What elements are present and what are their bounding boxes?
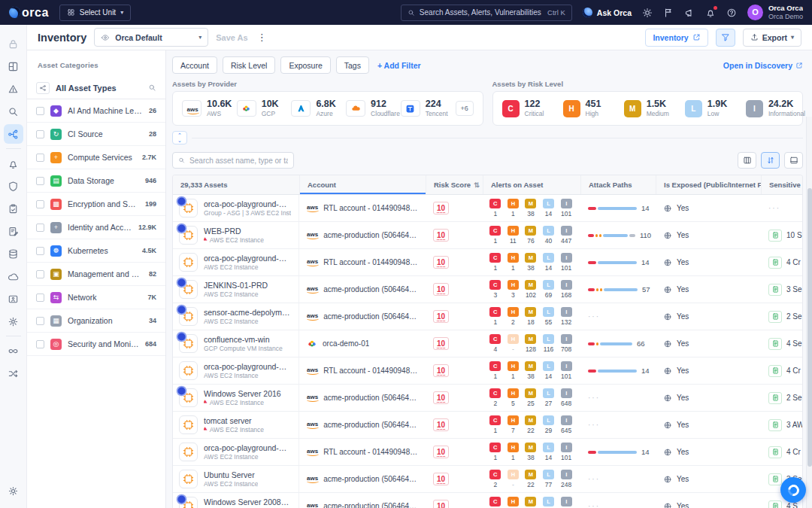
provider-item[interactable]: 10KGCP [237,99,278,117]
table-row[interactable]: orca-poc-playground-ECS-ASG AWS EC2 Inst… [173,357,802,385]
table-row[interactable]: WEB-PRD ▶AWS EC2 Instance awsacme-produc… [173,222,802,249]
column-header-risk-score[interactable]: Risk Score⇅ [426,175,483,194]
ask-orca-button[interactable]: Ask Orca [583,8,632,17]
select-unit-dropdown[interactable]: Select Unit ▾ [59,5,131,21]
category-checkbox[interactable] [36,247,44,255]
all-asset-types-row[interactable]: All Asset Types [27,77,165,99]
category-checkbox[interactable] [36,200,44,208]
provider-item[interactable]: 224Tencent [401,99,442,117]
search-icon[interactable] [148,84,156,92]
risk-level-item[interactable]: C 122Critical [502,99,550,117]
risk-score-badge[interactable]: 10 [433,500,449,508]
global-search-input[interactable]: Search Assets, Alerts, Vulnerabilities C… [401,5,572,21]
sort-button[interactable] [761,152,780,169]
risk-score-badge[interactable]: 10 [433,337,449,350]
category-row[interactable]: + Identity and Access 12.9K [27,216,165,239]
detail-panel-button[interactable] [784,152,803,169]
category-checkbox[interactable] [36,130,44,138]
category-row[interactable]: ▦ Organization 34 [27,309,165,333]
risk-level-item[interactable]: H 451High [563,99,611,117]
search-icon[interactable] [4,102,23,121]
table-row[interactable]: Windows Server 2016 ▶AWS EC2 Instance aw… [173,385,802,412]
filter-chip[interactable]: Account [172,56,217,74]
data-icon[interactable] [4,244,23,263]
category-row[interactable]: + Compute Services 2.7K [27,146,165,169]
category-row[interactable]: ▤ Data Storage 946 [27,169,165,193]
attack-paths-icon[interactable] [4,364,23,383]
category-row[interactable]: ☸ Kubernetes 4.5K [27,239,165,263]
flag-icon[interactable] [663,8,674,18]
save-as-button[interactable]: Save As [216,33,247,42]
risk-level-item[interactable]: I 24.2KInformational [746,99,793,117]
risk-score-badge[interactable]: 10 [433,391,449,404]
filter-chip[interactable]: Risk Level [223,56,275,74]
category-checkbox[interactable] [36,107,44,115]
table-row[interactable]: tomcat server ▶AWS EC2 Instance awsacme-… [173,412,802,439]
category-row[interactable]: ▣ Management and Govern... 82 [27,263,165,286]
risk-level-item[interactable]: L 1.9KLow [685,99,732,117]
risk-score-badge[interactable]: 10 [433,310,449,323]
provider-overflow-chip[interactable]: +6 [456,101,474,116]
shield-icon[interactable] [4,176,23,196]
compliance-icon[interactable] [4,199,23,218]
settings-gear-icon[interactable] [4,481,23,500]
table-row[interactable]: Ubuntu Server AWS EC2 Instance awsacme-p… [173,466,802,493]
column-header-assets[interactable]: 29,333 Assets [173,175,299,194]
table-row[interactable]: Windows Server 2008 R2 AWS EC2 Instance … [173,493,802,508]
category-row[interactable]: ⇆ Network 7K [27,286,165,309]
announcements-icon[interactable] [684,8,695,18]
provider-item[interactable]: 6.8KAzure [291,99,332,117]
integrations-icon[interactable] [4,312,23,331]
inventory-external-button[interactable]: Inventory [645,29,707,47]
table-row[interactable]: orca-poc-playground-ECS-ASG AWS EC2 Inst… [173,249,802,276]
table-row[interactable]: orca-poc-playground-ECSAutoS... Group - … [173,195,802,222]
category-row[interactable]: ↻ CI Source 28 [27,123,165,146]
scrollbar-thumb[interactable] [807,188,812,467]
category-checkbox[interactable] [36,154,44,162]
dashboard-icon[interactable] [4,56,23,76]
category-row[interactable]: ◎ Security and Monitoring 684 [27,333,165,356]
table-row[interactable]: confluence-vm-win GCP Compute VM Instanc… [173,330,802,357]
table-row[interactable]: sensor-acme-depolyment AWS EC2 Instance … [173,303,802,330]
category-checkbox[interactable] [36,294,44,302]
user-menu[interactable]: O Orca Orca Orca Demo [747,5,803,20]
table-row[interactable]: JENKINS-01-PRD AWS EC2 Instance awsacme-… [173,276,802,303]
category-checkbox[interactable] [36,270,44,278]
automations-icon[interactable] [4,341,23,360]
risk-score-badge[interactable]: 10 [433,256,449,269]
risk-score-badge[interactable]: 10 [433,364,449,377]
column-header-exposed[interactable]: Is Exposed (Public/Internet Facin... [656,175,761,194]
identity-icon[interactable] [4,289,23,309]
collapse-summary-button[interactable]: ⌃⌄ [172,131,187,144]
columns-view-button[interactable] [738,152,756,169]
open-in-discovery-link[interactable]: Open in Discovery [723,61,803,70]
risk-score-badge[interactable]: 10 [433,418,449,431]
category-row[interactable]: ▩ Encryption and Secrets 199 [27,193,165,216]
reports-icon[interactable] [4,221,23,241]
filter-chip[interactable]: Tags [336,56,369,74]
table-row[interactable]: orca-poc-playground-ECS-ASG AWS EC2 Inst… [173,439,802,466]
view-selector-dropdown[interactable]: Orca Default ▾ [94,28,208,47]
kebab-menu-icon[interactable]: ⋮ [256,32,268,43]
asset-search-input[interactable]: Search asset name, type or tags [172,152,294,169]
orca-assistant-fab[interactable] [780,477,806,503]
risk-alerts-icon[interactable] [4,79,23,99]
column-header-alerts[interactable]: Alerts on Asset [483,175,580,194]
lock-icon[interactable] [4,34,23,53]
column-header-attack-paths[interactable]: Attack Paths [580,175,656,194]
vertical-scrollbar[interactable] [806,117,812,508]
column-header-account[interactable]: Account [299,175,426,194]
category-row[interactable]: ◆ AI And Machine Learning 26 [27,99,165,123]
category-checkbox[interactable] [36,224,44,232]
risk-score-badge[interactable]: 10 [433,473,449,485]
add-filter-button[interactable]: + Add Filter [377,61,421,70]
category-checkbox[interactable] [36,177,44,185]
risk-score-badge[interactable]: 10 [433,446,449,458]
export-button[interactable]: Export ▾ [743,29,801,47]
cloud-icon[interactable] [4,266,23,286]
inventory-icon[interactable] [4,124,23,144]
risk-score-badge[interactable]: 10 [433,229,449,242]
risk-score-badge[interactable]: 10 [433,283,449,296]
column-header-sensitive[interactable]: Sensitive D [761,175,802,194]
risk-level-item[interactable]: M 1.5KMedium [624,99,671,117]
